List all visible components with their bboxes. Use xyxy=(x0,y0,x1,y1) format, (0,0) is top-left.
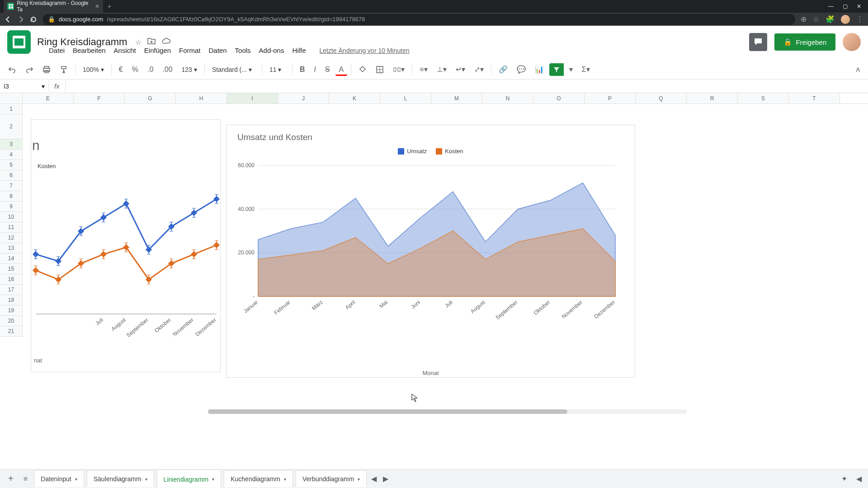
menu-ansicht[interactable]: Ansicht xyxy=(110,45,140,56)
col-header[interactable]: P xyxy=(585,93,636,103)
sheet-tab-verbunddiagramm[interactable]: Verbunddiagramm▾ xyxy=(296,470,367,487)
number-format-select[interactable]: 123▾ xyxy=(178,64,201,75)
zoom-select[interactable]: 100% ▾ xyxy=(79,64,108,75)
row-header[interactable]: 4 xyxy=(0,150,23,160)
scrollbar-thumb[interactable] xyxy=(208,409,567,414)
borders-icon[interactable] xyxy=(372,63,387,76)
explore-icon[interactable]: ✦ xyxy=(841,474,847,483)
row-header[interactable]: 13 xyxy=(0,243,23,253)
col-header[interactable]: G xyxy=(125,93,176,103)
forward-icon[interactable] xyxy=(17,16,24,23)
valign-icon[interactable]: ⊥▾ xyxy=(433,62,450,76)
sheet-tab-dateninput[interactable]: Dateninput▾ xyxy=(34,470,84,487)
chevron-down-icon[interactable]: ▾ xyxy=(284,477,286,482)
row-header[interactable]: 14 xyxy=(0,253,23,264)
profile-avatar-small[interactable] xyxy=(841,15,850,24)
kebab-menu-icon[interactable]: ⋮ xyxy=(856,15,863,23)
menu-tools[interactable]: Tools xyxy=(231,45,255,56)
row-header[interactable]: 2 xyxy=(0,114,23,139)
strikethrough-icon[interactable]: S xyxy=(321,63,334,76)
formula-input[interactable] xyxy=(65,80,868,93)
comments-button[interactable] xyxy=(749,33,767,51)
row-header[interactable]: 10 xyxy=(0,212,23,222)
col-header[interactable]: S xyxy=(738,93,789,103)
bold-icon[interactable]: B xyxy=(296,63,309,76)
row-header[interactable]: 6 xyxy=(0,170,23,181)
sheet-tab-saeulendiagramm[interactable]: Säulendiagramm▾ xyxy=(87,470,154,487)
col-header[interactable]: R xyxy=(687,93,738,103)
row-header[interactable]: 1 xyxy=(0,104,23,114)
close-window-icon[interactable]: ✕ xyxy=(857,3,861,9)
row-header[interactable]: 11 xyxy=(0,222,23,233)
paint-format-icon[interactable] xyxy=(56,63,71,76)
row-header[interactable]: 17 xyxy=(0,285,23,295)
close-tab-icon[interactable]: ✕ xyxy=(95,3,99,9)
filter-icon[interactable] xyxy=(549,63,564,76)
star-icon[interactable]: ☆ xyxy=(813,15,819,23)
decrease-decimal-icon[interactable]: .0 xyxy=(144,63,157,76)
row-header[interactable]: 3 xyxy=(0,139,23,150)
col-header[interactable]: E xyxy=(23,93,74,103)
scroll-left-icon[interactable]: ◀ xyxy=(369,473,378,485)
redo-icon[interactable] xyxy=(22,63,37,76)
last-edit-link[interactable]: Letzte Änderung vor 10 Minuten xyxy=(319,47,409,54)
currency-euro-icon[interactable]: € xyxy=(115,63,127,76)
menu-format[interactable]: Format xyxy=(175,45,204,56)
menu-daten[interactable]: Daten xyxy=(205,45,231,56)
chevron-down-icon[interactable]: ▾ xyxy=(358,477,360,482)
row-header[interactable]: 5 xyxy=(0,160,23,170)
col-header[interactable]: K xyxy=(329,93,380,103)
all-sheets-button[interactable]: ≡ xyxy=(20,471,31,487)
add-sheet-button[interactable]: + xyxy=(5,470,17,488)
menu-einfuegen[interactable]: Einfügen xyxy=(141,45,175,56)
text-wrap-icon[interactable]: ↵▾ xyxy=(452,62,469,76)
chevron-down-icon[interactable]: ▾ xyxy=(145,477,147,482)
col-header[interactable]: L xyxy=(380,93,431,103)
col-header[interactable]: J xyxy=(278,93,329,103)
extensions-icon[interactable]: 🧩 xyxy=(826,15,835,23)
row-header[interactable]: 20 xyxy=(0,316,23,326)
sheet-tab-liniendiagramm[interactable]: Liniendiagramm▾ xyxy=(157,470,222,488)
col-header[interactable]: O xyxy=(533,93,585,103)
new-tab-button[interactable]: + xyxy=(108,3,111,10)
font-size-select[interactable]: 11 ▾ xyxy=(266,64,288,75)
share-button[interactable]: 🔒 Freigeben xyxy=(774,33,835,51)
text-color-icon[interactable]: A xyxy=(335,63,348,76)
percent-icon[interactable]: % xyxy=(128,63,142,76)
insert-comment-icon[interactable]: 💬 xyxy=(513,62,529,76)
row-header[interactable]: 19 xyxy=(0,305,23,316)
col-header[interactable]: T xyxy=(789,93,840,103)
collapse-toolbar-icon[interactable]: ʌ xyxy=(852,62,863,76)
row-header[interactable]: 21 xyxy=(0,326,23,337)
row-header[interactable]: 15 xyxy=(0,264,23,274)
print-icon[interactable] xyxy=(39,63,54,76)
horizontal-scrollbar[interactable] xyxy=(208,409,687,414)
chart-line-partial[interactable]: n Kosten JuliAugustSeptemberOktoberNovem… xyxy=(31,119,221,372)
row-header[interactable]: 16 xyxy=(0,274,23,285)
menu-hilfe[interactable]: Hilfe xyxy=(288,45,309,56)
chevron-down-icon[interactable]: ▾ xyxy=(212,477,214,482)
row-header[interactable]: 12 xyxy=(0,233,23,243)
back-icon[interactable] xyxy=(5,16,12,23)
sheet-tab-kuchendiagramm[interactable]: Kuchendiagramm▾ xyxy=(224,470,293,487)
menu-datei[interactable]: Datei xyxy=(45,45,68,56)
fill-color-icon[interactable] xyxy=(355,63,370,76)
chevron-down-icon[interactable]: ▾ xyxy=(75,477,77,482)
maximize-icon[interactable]: ▢ xyxy=(843,3,848,9)
col-header[interactable]: Q xyxy=(636,93,687,103)
insert-link-icon[interactable]: 🔗 xyxy=(495,62,511,76)
account-avatar[interactable] xyxy=(843,33,861,51)
increase-decimal-icon[interactable]: .00 xyxy=(159,63,176,76)
name-box[interactable]: I3▾ xyxy=(0,81,49,92)
menu-addons[interactable]: Add-ons xyxy=(255,45,288,56)
reload-icon[interactable] xyxy=(30,16,37,23)
font-select[interactable]: Standard (... ▾ xyxy=(208,64,258,75)
row-header[interactable]: 8 xyxy=(0,191,23,202)
col-header[interactable]: I xyxy=(227,93,278,103)
col-header[interactable]: H xyxy=(176,93,227,103)
italic-icon[interactable]: I xyxy=(310,63,319,76)
row-header[interactable]: 9 xyxy=(0,202,23,212)
select-all-corner[interactable] xyxy=(0,93,23,103)
col-header[interactable]: N xyxy=(482,93,533,103)
text-rotation-icon[interactable]: ⤢▾ xyxy=(471,62,487,76)
